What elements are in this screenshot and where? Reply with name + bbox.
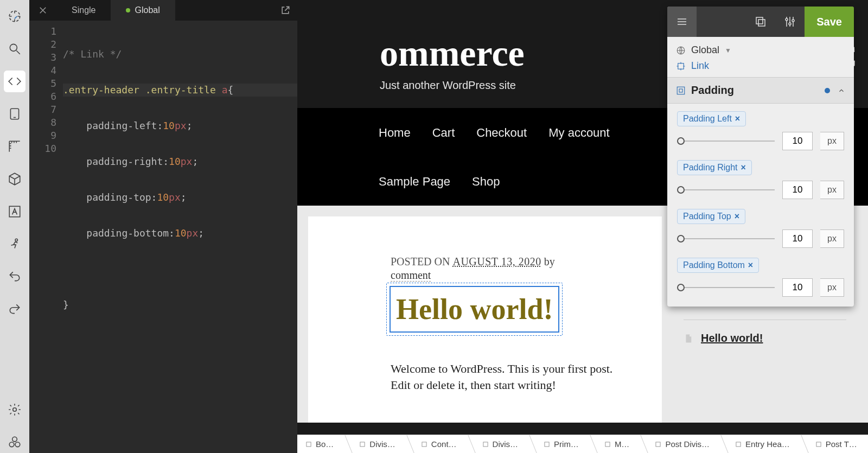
prop-chip[interactable]: Padding Left×: [677, 111, 746, 126]
breadcrumb-item[interactable]: Bo…: [297, 435, 343, 453]
gear-icon: [8, 403, 22, 417]
redo-button[interactable]: [4, 298, 25, 320]
prop-unit-select[interactable]: px: [820, 181, 844, 199]
inspector-section-header[interactable]: Padding: [667, 77, 854, 104]
svg-rect-11: [756, 17, 763, 24]
inspector-copy-button[interactable]: [746, 7, 775, 37]
prop-unit-select[interactable]: px: [820, 132, 844, 150]
code-tool-button[interactable]: [4, 71, 25, 92]
inspector-menu-button[interactable]: [667, 7, 697, 37]
node-icon: [604, 441, 611, 448]
remove-prop-icon[interactable]: ×: [741, 163, 746, 173]
ruler-tool-button[interactable]: [4, 136, 25, 157]
modules-icon: [8, 435, 22, 449]
breadcrumb-item[interactable]: Divis…: [343, 435, 405, 453]
padding-icon: [676, 86, 686, 95]
breadcrumb-item[interactable]: Post T…: [800, 435, 867, 453]
prop-slider[interactable]: [677, 238, 775, 239]
dirty-indicator-icon: [126, 8, 130, 12]
node-icon: [305, 441, 312, 448]
close-icon: [38, 5, 48, 15]
close-code-panel-button[interactable]: [29, 0, 56, 21]
post-date-link[interactable]: AUGUST 13, 2020: [452, 256, 541, 267]
recent-post-link[interactable]: Hello world!: [701, 332, 763, 344]
code-tab-single[interactable]: Single: [56, 0, 111, 21]
animation-tool-button[interactable]: [4, 233, 25, 255]
prop-slider[interactable]: [677, 189, 775, 190]
comment-count[interactable]: comment: [391, 269, 614, 282]
modules-button[interactable]: [4, 431, 25, 453]
prop-value-input[interactable]: [782, 132, 813, 150]
inspector-sliders-button[interactable]: [775, 7, 805, 37]
prop-value-input[interactable]: [782, 229, 813, 248]
breadcrumb-item[interactable]: Prim…: [528, 435, 589, 453]
prop-padding-left: Padding Left× px: [677, 111, 844, 150]
svg-rect-17: [677, 87, 685, 94]
prop-chip[interactable]: Padding Top×: [677, 209, 745, 224]
prop-chip[interactable]: Padding Bottom×: [677, 258, 759, 273]
nav-link-my-account[interactable]: My account: [548, 126, 610, 140]
prop-unit-select[interactable]: px: [820, 278, 844, 297]
svg-rect-24: [605, 442, 610, 446]
remove-prop-icon[interactable]: ×: [735, 114, 740, 124]
svg-point-5: [13, 408, 17, 412]
svg-point-7: [15, 442, 20, 447]
node-icon: [543, 441, 551, 448]
svg-rect-26: [736, 442, 741, 446]
entry-title[interactable]: Hello world!: [391, 287, 558, 331]
gutter: 1 2 3 4 5 6 7 8 9 10: [29, 21, 61, 453]
popout-code-button[interactable]: [273, 0, 297, 21]
cube-icon: [8, 172, 22, 186]
ruler-icon: [8, 139, 22, 154]
prop-slider[interactable]: [677, 287, 775, 288]
prop-value-input[interactable]: [782, 181, 813, 199]
prop-value-input[interactable]: [782, 278, 813, 297]
popout-icon: [280, 5, 291, 16]
save-button[interactable]: Save: [805, 7, 854, 37]
inspector-element-row[interactable]: Link: [676, 58, 845, 74]
inspector-panel: Save Global ▼ Link Padding: [667, 7, 854, 307]
nav-link-sample-page[interactable]: Sample Page: [379, 175, 450, 189]
node-icon: [482, 441, 489, 448]
settings-button[interactable]: [4, 399, 25, 420]
prop-unit-select[interactable]: px: [820, 229, 844, 248]
nav-link-cart[interactable]: Cart: [432, 126, 455, 140]
copy-icon: [754, 15, 767, 28]
remove-prop-icon[interactable]: ×: [748, 260, 753, 270]
breadcrumb-item[interactable]: Entry Hea…: [719, 435, 800, 453]
svg-point-14: [792, 20, 794, 22]
devices-tool-button[interactable]: [4, 103, 25, 125]
svg-point-12: [786, 18, 788, 21]
cube-tool-button[interactable]: [4, 168, 25, 190]
node-icon: [654, 441, 662, 448]
chevron-up-icon: [838, 87, 845, 94]
typography-tool-button[interactable]: [4, 201, 25, 222]
nav-link-shop[interactable]: Shop: [472, 175, 500, 189]
nav-link-checkout[interactable]: Checkout: [476, 126, 527, 140]
redo-icon: [8, 302, 22, 316]
search-tool-button[interactable]: [4, 38, 25, 60]
svg-rect-10: [758, 20, 765, 26]
prop-padding-right: Padding Right× px: [677, 160, 844, 199]
node-icon: [815, 441, 822, 448]
breadcrumb-item[interactable]: Divis…: [467, 435, 528, 453]
post-meta: POSTED ON AUGUST 13, 2020 by: [391, 256, 614, 268]
prop-slider[interactable]: [677, 141, 775, 142]
crosshair-icon: [8, 9, 22, 23]
sliders-icon: [783, 15, 796, 28]
breadcrumb-item[interactable]: Post Divis…: [639, 435, 719, 453]
code-tab-global[interactable]: Global: [111, 0, 175, 21]
undo-button[interactable]: [4, 266, 25, 288]
code-editor[interactable]: 1 2 3 4 5 6 7 8 9 10 /* Link */ .entry-h…: [29, 21, 297, 453]
inspector-scope-row[interactable]: Global ▼: [676, 42, 845, 58]
prop-padding-top: Padding Top× px: [677, 209, 844, 248]
code-lines: /* Link */ .entry-header .entry-title a{…: [61, 21, 297, 453]
svg-rect-20: [360, 442, 365, 446]
svg-rect-19: [307, 442, 311, 446]
prop-chip[interactable]: Padding Right×: [677, 160, 752, 175]
breadcrumb-item[interactable]: Cont…: [405, 435, 467, 453]
svg-point-6: [9, 442, 14, 447]
nav-link-home[interactable]: Home: [379, 126, 411, 140]
remove-prop-icon[interactable]: ×: [735, 212, 739, 221]
target-tool-button[interactable]: [4, 5, 25, 27]
